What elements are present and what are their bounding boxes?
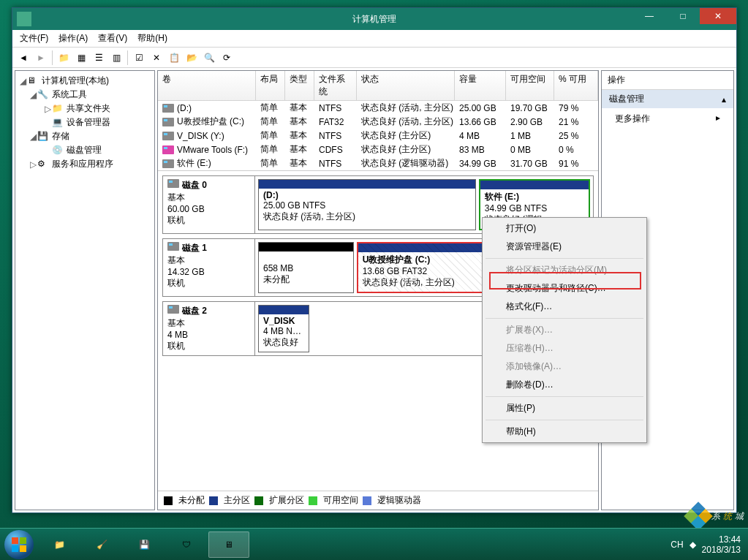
actions-title: 操作 (602, 71, 733, 90)
volume-row[interactable]: (D:)简单基本NTFS状态良好 (活动, 主分区)25.00 GB19.70 … (158, 101, 598, 115)
svg-rect-2 (12, 545, 18, 552)
col-capacity[interactable]: 容量 (455, 71, 506, 100)
cm-format[interactable]: 格式化(F)… (484, 298, 645, 316)
legend: 未分配 主分区 扩展分区 可用空间 逻辑驱动器 (158, 491, 598, 510)
maximize-button[interactable]: □ (666, 8, 700, 24)
col-free[interactable]: 可用空间 (506, 71, 554, 100)
tree-disk-management[interactable]: 💿磁盘管理 (18, 143, 151, 157)
taskbar-item[interactable]: 💾 (124, 531, 165, 558)
start-button[interactable] (4, 530, 34, 559)
tree-shared-folders[interactable]: ▷📁共享文件夹 (18, 102, 151, 116)
menu-view[interactable]: 查看(V) (94, 31, 132, 46)
tray-icon[interactable]: ◆ (690, 540, 696, 550)
partition-d[interactable]: (D:)25.00 GB NTFS状态良好 (活动, 主分区) (258, 179, 476, 230)
cm-mirror: 添加镜像(A)… (484, 357, 645, 376)
grid-header: 卷 布局 类型 文件系统 状态 容量 可用空间 % 可用 (158, 71, 598, 101)
taskbar-item[interactable]: 🛡 (166, 531, 207, 558)
clock[interactable]: 13:442018/3/13 (702, 534, 741, 555)
svg-rect-3 (20, 545, 26, 552)
view-list-button[interactable]: ▦ (73, 50, 89, 66)
navigation-tree[interactable]: ◢🖥计算机管理(本地) ◢🔧系统工具 ▷📁共享文件夹 💻设备管理器 ◢💾存储 💿… (15, 70, 155, 510)
cm-help[interactable]: 帮助(H) (484, 423, 645, 441)
menu-file[interactable]: 文件(F) (15, 31, 53, 46)
view-detail-button[interactable]: ☰ (91, 50, 107, 66)
tree-root[interactable]: ◢🖥计算机管理(本地) (18, 74, 151, 88)
properties-button[interactable]: ☑ (131, 50, 147, 66)
actions-section[interactable]: 磁盘管理▴ (602, 90, 733, 108)
tree-services[interactable]: ▷⚙服务和应用程序 (18, 157, 151, 171)
drive-icon (162, 118, 174, 126)
volume-grid[interactable]: 卷 布局 类型 文件系统 状态 容量 可用空间 % 可用 (D:)简单基本NTF… (158, 71, 598, 171)
cm-delete[interactable]: 删除卷(D)… (484, 376, 645, 394)
tree-storage[interactable]: ◢💾存储 (18, 129, 151, 143)
toolbar: ◄ ► 📁 ▦ ☰ ▥ ☑ ✕ 📋 📂 🔍 ⟳ (12, 48, 736, 68)
back-button[interactable]: ◄ (15, 50, 31, 66)
drive-icon (162, 104, 174, 113)
windows-logo-icon (10, 536, 28, 553)
taskbar[interactable]: 📁 🧹 💾 🛡 🖥 CH ◆ 13:442018/3/13 (0, 528, 748, 560)
refresh-button[interactable]: ⟳ (219, 50, 235, 66)
chevron-right-icon: ▸ (716, 113, 720, 123)
menu-help[interactable]: 帮助(H) (133, 31, 172, 46)
up-button[interactable]: 📁 (56, 50, 72, 66)
view-tile-button[interactable]: ▥ (108, 50, 124, 66)
cd-icon (162, 145, 174, 154)
collapse-icon: ▴ (722, 94, 726, 105)
col-percent[interactable]: % 可用 (554, 71, 598, 100)
col-status[interactable]: 状态 (357, 71, 455, 100)
svg-rect-0 (12, 537, 18, 544)
menu-bar: 文件(F) 操作(A) 查看(V) 帮助(H) (12, 30, 736, 48)
disk-label: 磁盘 1基本14.32 GB联机 (163, 239, 255, 296)
menu-action[interactable]: 操作(A) (54, 31, 92, 46)
partition-vdisk[interactable]: V_DISK4 MB N…状态良好 (258, 305, 309, 352)
tree-system-tools[interactable]: ◢🔧系统工具 (18, 88, 151, 102)
svg-rect-1 (20, 537, 26, 544)
col-type[interactable]: 类型 (285, 71, 314, 100)
partition-unallocated[interactable]: 658 MB未分配 (258, 242, 354, 293)
action-button[interactable]: 📋 (166, 50, 182, 66)
open-button[interactable]: 📂 (184, 50, 200, 66)
title-bar[interactable]: 计算机管理 — □ ✕ (12, 8, 736, 30)
volume-row[interactable]: 软件 (E:)简单基本NTFS状态良好 (逻辑驱动器)34.99 GB31.70… (158, 156, 598, 170)
close-button[interactable]: ✕ (700, 8, 736, 24)
taskbar-item-active[interactable]: 🖥 (208, 531, 249, 558)
cm-open[interactable]: 打开(O) (484, 219, 645, 238)
cm-properties[interactable]: 属性(P) (484, 399, 645, 417)
forward-button[interactable]: ► (33, 50, 49, 66)
cm-shrink: 压缩卷(H)… (484, 339, 645, 357)
actions-more[interactable]: 更多操作▸ (602, 108, 733, 129)
col-volume[interactable]: 卷 (158, 71, 256, 100)
taskbar-item[interactable]: 🧹 (81, 531, 122, 558)
delete-button[interactable]: ✕ (148, 50, 165, 66)
ime-indicator[interactable]: CH (670, 540, 683, 550)
search-button[interactable]: 🔍 (201, 50, 217, 66)
volume-row[interactable]: V_DISK (Y:)简单基本NTFS状态良好 (主分区)4 MB1 MB25 … (158, 129, 598, 143)
drive-icon (162, 132, 174, 140)
disk-label: 磁盘 0基本60.00 GB联机 (163, 176, 255, 233)
window-title: 计算机管理 (12, 13, 736, 26)
col-layout[interactable]: 布局 (256, 71, 285, 100)
col-filesystem[interactable]: 文件系统 (314, 71, 357, 100)
cm-explorer[interactable]: 资源管理器(E) (484, 238, 645, 256)
system-tray[interactable]: CH ◆ 13:442018/3/13 (670, 534, 744, 555)
highlight-box (489, 272, 641, 290)
context-menu: 打开(O) 资源管理器(E) 将分区标记为活动分区(M) 更改驱动器号和路径(C… (482, 217, 647, 443)
volume-row[interactable]: U教授维护盘 (C:)简单基本FAT32状态良好 (活动, 主分区)13.66 … (158, 115, 598, 129)
tree-device-manager[interactable]: 💻设备管理器 (18, 116, 151, 129)
disk-label: 磁盘 2基本4 MB联机 (163, 302, 255, 355)
taskbar-item[interactable]: 📁 (39, 531, 80, 558)
volume-row[interactable]: VMware Tools (F:)简单基本CDFS状态良好 (主分区)83 MB… (158, 143, 598, 156)
minimize-button[interactable]: — (632, 8, 666, 24)
drive-icon (162, 159, 174, 168)
cm-extend: 扩展卷(X)… (484, 321, 645, 339)
